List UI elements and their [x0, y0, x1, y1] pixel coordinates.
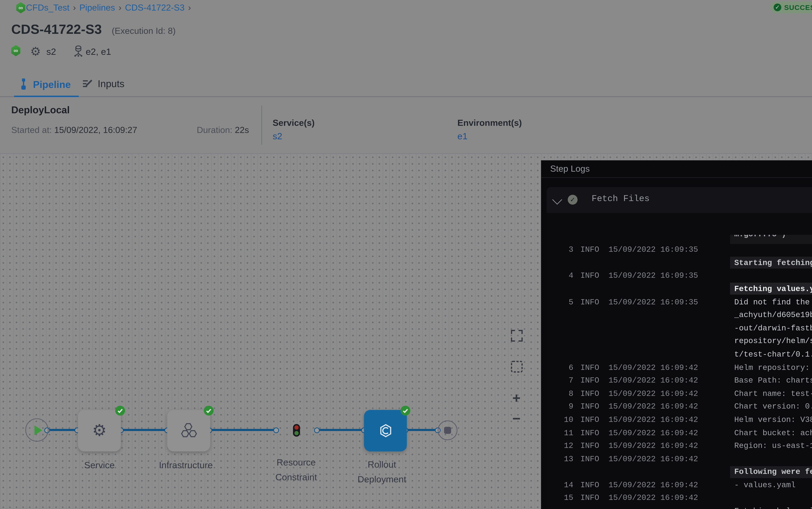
log-row: 8INFO15/09/2022 16:09:42Chart name: test… — [547, 387, 812, 401]
end-node — [438, 420, 457, 440]
duration-label: Duration: — [197, 125, 232, 135]
tab-pipeline-label: Pipeline — [33, 78, 71, 90]
log-row: -out/darwin-fastbuild/bin/260-delegate/e… — [547, 322, 812, 335]
harness-pipeline-icon: ∞ — [11, 45, 20, 56]
tab-pipeline[interactable]: Pipeline — [19, 78, 71, 90]
log-timestamp: 15/09/2022 16:09:42 — [608, 429, 698, 437]
log-line-number: 4 — [555, 272, 573, 280]
active-tab-underline — [14, 95, 79, 97]
log-line-number: 9 — [555, 402, 573, 411]
log-message: -out/darwin-fastbuild/bin/260-delegate/e… — [734, 324, 812, 332]
environment-tag[interactable]: e2, e1 — [86, 46, 111, 57]
canvas-fullscreen-icon[interactable] — [511, 330, 523, 342]
log-level: INFO — [581, 429, 599, 437]
fetch-files-section: ✓ Fetch Files ↑ ↓ 9s m.goffffo )3INFO15/… — [547, 187, 812, 509]
hexagons-icon — [179, 422, 198, 439]
log-level: INFO — [581, 402, 599, 411]
log-level: INFO — [581, 442, 599, 450]
log-row: m.goffffo ) — [547, 231, 812, 244]
fetch-files-header[interactable]: ✓ Fetch Files ↑ ↓ 9s — [547, 187, 812, 213]
log-level: INFO — [581, 415, 599, 424]
log-row: 5INFO15/09/2022 16:09:35Did not find the… — [547, 296, 812, 309]
log-timestamp: 15/09/2022 16:09:35 — [608, 298, 698, 306]
canvas-minimap-icon[interactable] — [511, 361, 523, 373]
environments-link[interactable]: e1 — [457, 131, 468, 141]
log-row: 10INFO15/09/2022 16:09:42Helm version: V… — [547, 414, 812, 427]
rollout-deployment-label: Rollout Deployment — [346, 458, 417, 486]
connector-line — [212, 429, 276, 431]
log-rows: m.goffffo )3INFO15/09/2022 16:09:35Start… — [547, 231, 812, 509]
app-viewport: ∞ CFDs_Test›Pipelines›CDS-41722-S3› ✓ SU… — [0, 0, 812, 509]
log-level: INFO — [581, 494, 599, 502]
log-message: Base Path: charts/ — [734, 376, 812, 385]
infrastructure-node[interactable] — [167, 410, 210, 451]
tab-inputs[interactable]: Inputs — [82, 78, 124, 89]
log-message: Chart version: 0.1.0 — [734, 402, 812, 411]
log-timestamp: 15/09/2022 16:09:42 — [608, 389, 698, 398]
log-line-number: 10 — [555, 415, 573, 424]
log-timestamp: 15/09/2022 16:09:42 — [608, 442, 698, 450]
rollout-deployment-node[interactable] — [364, 410, 407, 451]
chevron-down-icon[interactable] — [552, 195, 562, 205]
log-message: Region: us-east-1 — [734, 442, 812, 450]
log-message: Chart bucket: achhelmbucket — [734, 429, 812, 437]
log-line-number: 3 — [555, 245, 573, 254]
started-label: Started at: — [11, 125, 52, 135]
play-icon — [34, 426, 42, 435]
services-label: Service(s) — [273, 118, 315, 128]
log-message: - values.yaml — [734, 481, 796, 489]
check-icon: ✓ — [774, 4, 781, 11]
resource-constraint-node[interactable] — [293, 424, 300, 437]
started-value: 15/09/2022, 16:09:27 — [54, 125, 137, 135]
log-message: Helm repository: aws-qa-setup-modified — [734, 363, 812, 372]
tab-inputs-label: Inputs — [98, 78, 124, 89]
log-row: Fetching values.yaml from helm chart rep… — [547, 283, 812, 296]
log-timestamp: 15/09/2022 16:09:42 — [608, 455, 698, 463]
environments-label: Environment(s) — [457, 118, 522, 128]
log-line-number: 5 — [555, 298, 573, 306]
log-line-number: 14 — [555, 481, 573, 489]
log-row: 7INFO15/09/2022 16:09:42Base Path: chart… — [547, 374, 812, 387]
step-logs-title: Step Logs — [550, 164, 590, 174]
log-message: Following were fetched successfully : — [730, 466, 812, 478]
log-row: t/test-chart/0.1.0 — [547, 348, 812, 361]
service-node[interactable]: ⚙ — [78, 410, 121, 451]
breadcrumb-link[interactable]: CDS-41722-S3 — [125, 3, 185, 13]
infrastructure-node-label: Infrastructure — [143, 459, 228, 473]
zoom-in-button[interactable]: + — [509, 392, 524, 404]
log-timestamp: 15/09/2022 16:09:42 — [608, 363, 698, 372]
zoom-out-button[interactable]: − — [509, 412, 524, 425]
log-row: 11INFO15/09/2022 16:09:42Chart bucket: a… — [547, 427, 812, 440]
gear-icon: ⚙ — [92, 422, 107, 439]
traffic-light-red — [294, 425, 298, 430]
start-node[interactable] — [25, 418, 48, 442]
service-tag[interactable]: s2 — [46, 46, 56, 57]
log-clipped-line: m.goffffo ) — [730, 235, 812, 244]
log-row: 12INFO15/09/2022 16:09:42Region: us-east… — [547, 440, 812, 453]
step-logs-header: Step Logs Console View — [541, 160, 812, 178]
page-title: CDS-41722-S3 — [11, 22, 102, 37]
log-row: 9INFO15/09/2022 16:09:42Chart version: 0… — [547, 401, 812, 414]
log-message: Helm version: V380 — [734, 415, 812, 424]
breadcrumb-link[interactable]: Pipelines — [79, 3, 115, 13]
log-timestamp: 15/09/2022 16:09:35 — [608, 272, 698, 280]
services-link[interactable]: s2 — [273, 131, 282, 141]
rollout-success-icon — [401, 406, 410, 415]
log-level: INFO — [581, 389, 599, 398]
breadcrumb-link[interactable]: CFDs_Test — [26, 3, 70, 13]
log-row: Following were fetched successfully : — [547, 466, 812, 479]
connector-dot — [273, 428, 279, 433]
fetch-files-title: Fetch Files — [592, 194, 650, 204]
stage-duration: Duration: 22s — [197, 125, 249, 135]
log-row: Fetching helm values completed successfu… — [547, 505, 812, 509]
log-level: INFO — [581, 481, 599, 489]
infrastructure-success-icon — [204, 406, 214, 415]
breadcrumb-separator-icon: › — [188, 3, 191, 13]
log-message: t/test-chart/0.1.0 — [734, 350, 812, 359]
log-timestamp: 15/09/2022 16:09:42 — [608, 376, 698, 385]
log-level: INFO — [581, 455, 599, 463]
log-row: 3INFO15/09/2022 16:09:35 — [547, 244, 812, 257]
service-success-icon — [115, 406, 125, 415]
connector-line — [407, 429, 438, 431]
log-row: repository/helm/source/93602db7-89f2-317… — [547, 335, 812, 348]
